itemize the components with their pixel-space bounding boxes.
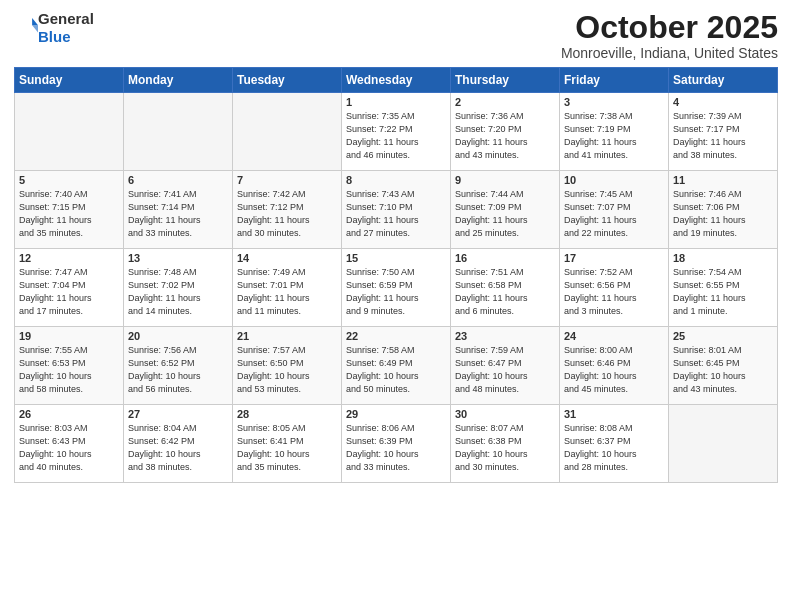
day-info: Sunrise: 8:08 AM Sunset: 6:37 PM Dayligh… — [564, 422, 664, 474]
day-info: Sunrise: 7:48 AM Sunset: 7:02 PM Dayligh… — [128, 266, 228, 318]
day-number: 1 — [346, 96, 446, 108]
day-info: Sunrise: 7:46 AM Sunset: 7:06 PM Dayligh… — [673, 188, 773, 240]
weekday-header-monday: Monday — [124, 68, 233, 93]
day-cell: 12Sunrise: 7:47 AM Sunset: 7:04 PM Dayli… — [15, 249, 124, 327]
weekday-header-saturday: Saturday — [669, 68, 778, 93]
day-cell: 23Sunrise: 7:59 AM Sunset: 6:47 PM Dayli… — [451, 327, 560, 405]
day-cell: 9Sunrise: 7:44 AM Sunset: 7:09 PM Daylig… — [451, 171, 560, 249]
title-block: October 2025 Monroeville, Indiana, Unite… — [561, 10, 778, 61]
day-info: Sunrise: 7:40 AM Sunset: 7:15 PM Dayligh… — [19, 188, 119, 240]
day-info: Sunrise: 7:58 AM Sunset: 6:49 PM Dayligh… — [346, 344, 446, 396]
day-cell: 20Sunrise: 7:56 AM Sunset: 6:52 PM Dayli… — [124, 327, 233, 405]
day-info: Sunrise: 8:03 AM Sunset: 6:43 PM Dayligh… — [19, 422, 119, 474]
day-number: 18 — [673, 252, 773, 264]
day-cell — [669, 405, 778, 483]
day-cell: 10Sunrise: 7:45 AM Sunset: 7:07 PM Dayli… — [560, 171, 669, 249]
weekday-header-friday: Friday — [560, 68, 669, 93]
day-info: Sunrise: 7:55 AM Sunset: 6:53 PM Dayligh… — [19, 344, 119, 396]
day-number: 23 — [455, 330, 555, 342]
day-number: 7 — [237, 174, 337, 186]
day-number: 11 — [673, 174, 773, 186]
day-cell: 29Sunrise: 8:06 AM Sunset: 6:39 PM Dayli… — [342, 405, 451, 483]
day-number: 8 — [346, 174, 446, 186]
day-number: 26 — [19, 408, 119, 420]
day-cell: 21Sunrise: 7:57 AM Sunset: 6:50 PM Dayli… — [233, 327, 342, 405]
day-cell: 7Sunrise: 7:42 AM Sunset: 7:12 PM Daylig… — [233, 171, 342, 249]
day-number: 24 — [564, 330, 664, 342]
weekday-header-sunday: Sunday — [15, 68, 124, 93]
day-number: 12 — [19, 252, 119, 264]
day-info: Sunrise: 7:44 AM Sunset: 7:09 PM Dayligh… — [455, 188, 555, 240]
day-number: 14 — [237, 252, 337, 264]
weekday-header-thursday: Thursday — [451, 68, 560, 93]
calendar-table: SundayMondayTuesdayWednesdayThursdayFrid… — [14, 67, 778, 483]
day-number: 6 — [128, 174, 228, 186]
day-cell — [15, 93, 124, 171]
logo-icon — [16, 15, 38, 37]
day-cell — [233, 93, 342, 171]
day-number: 10 — [564, 174, 664, 186]
day-cell: 27Sunrise: 8:04 AM Sunset: 6:42 PM Dayli… — [124, 405, 233, 483]
day-cell: 31Sunrise: 8:08 AM Sunset: 6:37 PM Dayli… — [560, 405, 669, 483]
week-row-1: 1Sunrise: 7:35 AM Sunset: 7:22 PM Daylig… — [15, 93, 778, 171]
day-info: Sunrise: 7:59 AM Sunset: 6:47 PM Dayligh… — [455, 344, 555, 396]
day-cell: 3Sunrise: 7:38 AM Sunset: 7:19 PM Daylig… — [560, 93, 669, 171]
week-row-5: 26Sunrise: 8:03 AM Sunset: 6:43 PM Dayli… — [15, 405, 778, 483]
weekday-header-wednesday: Wednesday — [342, 68, 451, 93]
day-info: Sunrise: 7:50 AM Sunset: 6:59 PM Dayligh… — [346, 266, 446, 318]
day-number: 31 — [564, 408, 664, 420]
day-info: Sunrise: 8:06 AM Sunset: 6:39 PM Dayligh… — [346, 422, 446, 474]
week-row-2: 5Sunrise: 7:40 AM Sunset: 7:15 PM Daylig… — [15, 171, 778, 249]
day-info: Sunrise: 7:38 AM Sunset: 7:19 PM Dayligh… — [564, 110, 664, 162]
day-number: 4 — [673, 96, 773, 108]
weekday-header-row: SundayMondayTuesdayWednesdayThursdayFrid… — [15, 68, 778, 93]
week-row-4: 19Sunrise: 7:55 AM Sunset: 6:53 PM Dayli… — [15, 327, 778, 405]
week-row-3: 12Sunrise: 7:47 AM Sunset: 7:04 PM Dayli… — [15, 249, 778, 327]
day-number: 19 — [19, 330, 119, 342]
day-number: 2 — [455, 96, 555, 108]
logo: General Blue — [14, 10, 94, 46]
day-info: Sunrise: 8:07 AM Sunset: 6:38 PM Dayligh… — [455, 422, 555, 474]
day-cell: 19Sunrise: 7:55 AM Sunset: 6:53 PM Dayli… — [15, 327, 124, 405]
logo-general-text: General — [38, 10, 94, 27]
day-cell: 22Sunrise: 7:58 AM Sunset: 6:49 PM Dayli… — [342, 327, 451, 405]
day-number: 20 — [128, 330, 228, 342]
day-cell: 28Sunrise: 8:05 AM Sunset: 6:41 PM Dayli… — [233, 405, 342, 483]
day-number: 13 — [128, 252, 228, 264]
day-info: Sunrise: 7:41 AM Sunset: 7:14 PM Dayligh… — [128, 188, 228, 240]
day-cell: 30Sunrise: 8:07 AM Sunset: 6:38 PM Dayli… — [451, 405, 560, 483]
day-number: 15 — [346, 252, 446, 264]
day-number: 22 — [346, 330, 446, 342]
day-info: Sunrise: 7:51 AM Sunset: 6:58 PM Dayligh… — [455, 266, 555, 318]
day-number: 5 — [19, 174, 119, 186]
day-number: 16 — [455, 252, 555, 264]
day-info: Sunrise: 7:42 AM Sunset: 7:12 PM Dayligh… — [237, 188, 337, 240]
day-info: Sunrise: 7:49 AM Sunset: 7:01 PM Dayligh… — [237, 266, 337, 318]
day-number: 17 — [564, 252, 664, 264]
day-info: Sunrise: 7:52 AM Sunset: 6:56 PM Dayligh… — [564, 266, 664, 318]
day-number: 30 — [455, 408, 555, 420]
day-info: Sunrise: 8:04 AM Sunset: 6:42 PM Dayligh… — [128, 422, 228, 474]
day-cell: 18Sunrise: 7:54 AM Sunset: 6:55 PM Dayli… — [669, 249, 778, 327]
day-number: 28 — [237, 408, 337, 420]
month-title: October 2025 — [561, 10, 778, 45]
day-number: 3 — [564, 96, 664, 108]
day-info: Sunrise: 7:54 AM Sunset: 6:55 PM Dayligh… — [673, 266, 773, 318]
day-cell: 26Sunrise: 8:03 AM Sunset: 6:43 PM Dayli… — [15, 405, 124, 483]
day-info: Sunrise: 8:01 AM Sunset: 6:45 PM Dayligh… — [673, 344, 773, 396]
day-cell: 2Sunrise: 7:36 AM Sunset: 7:20 PM Daylig… — [451, 93, 560, 171]
day-cell: 16Sunrise: 7:51 AM Sunset: 6:58 PM Dayli… — [451, 249, 560, 327]
location: Monroeville, Indiana, United States — [561, 45, 778, 61]
day-info: Sunrise: 7:43 AM Sunset: 7:10 PM Dayligh… — [346, 188, 446, 240]
day-info: Sunrise: 7:35 AM Sunset: 7:22 PM Dayligh… — [346, 110, 446, 162]
day-number: 21 — [237, 330, 337, 342]
day-number: 29 — [346, 408, 446, 420]
day-info: Sunrise: 7:45 AM Sunset: 7:07 PM Dayligh… — [564, 188, 664, 240]
day-info: Sunrise: 7:56 AM Sunset: 6:52 PM Dayligh… — [128, 344, 228, 396]
main-container: General Blue October 2025 Monroeville, I… — [0, 0, 792, 491]
day-info: Sunrise: 8:05 AM Sunset: 6:41 PM Dayligh… — [237, 422, 337, 474]
day-cell: 15Sunrise: 7:50 AM Sunset: 6:59 PM Dayli… — [342, 249, 451, 327]
weekday-header-tuesday: Tuesday — [233, 68, 342, 93]
day-number: 27 — [128, 408, 228, 420]
day-cell: 17Sunrise: 7:52 AM Sunset: 6:56 PM Dayli… — [560, 249, 669, 327]
